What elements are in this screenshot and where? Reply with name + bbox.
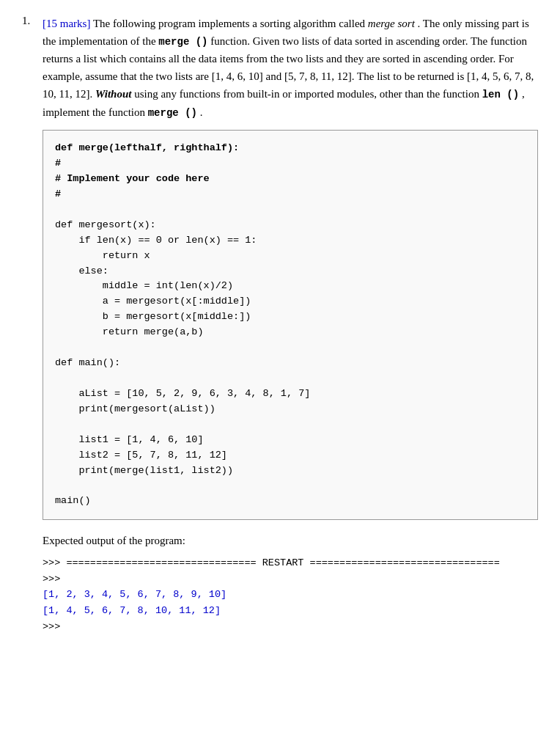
code-line-14: aList = [10, 5, 2, 9, 6, 3, 4, 8, 1, 7] (55, 387, 526, 402)
output-block: >>> ================================ RES… (43, 555, 538, 634)
output-line-restart: >>> ================================ RES… (43, 555, 538, 571)
question-1: 1. [15 marks] The following program impl… (22, 15, 538, 634)
marks-label: [15 marks] (43, 18, 90, 29)
output-line-list2: [1, 4, 5, 6, 7, 8, 10, 11, 12] (43, 603, 538, 619)
code-line-7: return x (55, 249, 526, 264)
expected-output-label: Expected output of the program: (43, 532, 538, 549)
text3-cont: the function (427, 88, 482, 100)
algo-name: merge sort (368, 18, 415, 29)
code-line-12: return merge(a,b) (55, 325, 526, 340)
output-line-prompt1: >>> (43, 571, 538, 587)
code-line-6: if len(x) == 0 or len(x) == 1: (55, 233, 526, 249)
code-line-10: a = mergesort(x[:middle]) (55, 294, 526, 309)
code-line-8: else: (55, 264, 526, 279)
question-body: [15 marks] The following program impleme… (43, 15, 538, 634)
code-line-19: main() (55, 494, 526, 509)
code-line-17: list2 = [5, 7, 8, 11, 12] (55, 448, 526, 464)
question-number: 1. (22, 15, 37, 634)
code-line-1: def merge(lefthalf, righthalf): (55, 141, 526, 156)
code-line-9: middle = int(len(x)/2) (55, 279, 526, 294)
code-line-11: b = mergesort(x[middle:]) (55, 309, 526, 325)
without-label: Without (95, 88, 131, 100)
code-block: def merge(lefthalf, righthalf): # # Impl… (43, 130, 538, 520)
text5: . (200, 106, 203, 118)
merge-func2-inline: merge () (148, 107, 197, 119)
code-line-2: # (55, 156, 526, 172)
code-line-3: # Implement your code here (55, 172, 526, 187)
code-line-15: print(mergesort(aList)) (55, 402, 526, 417)
output-line-list1: [1, 2, 3, 4, 5, 6, 7, 8, 9, 10] (43, 587, 538, 603)
code-line-4: # (55, 187, 526, 202)
len-func-inline: len () (482, 89, 519, 100)
code-line-5: def mergesort(x): (55, 218, 526, 233)
code-line-18: print(merge(list1, list2)) (55, 464, 526, 479)
question-intro: The following program implements a sorti… (93, 18, 368, 29)
than-word: than (405, 88, 427, 100)
code-line-16: list1 = [1, 4, 6, 10] (55, 433, 526, 448)
output-line-prompt2: >>> (43, 619, 538, 635)
func-merge-inline: merge () (158, 36, 207, 48)
code-line-13: def main(): (55, 356, 526, 371)
